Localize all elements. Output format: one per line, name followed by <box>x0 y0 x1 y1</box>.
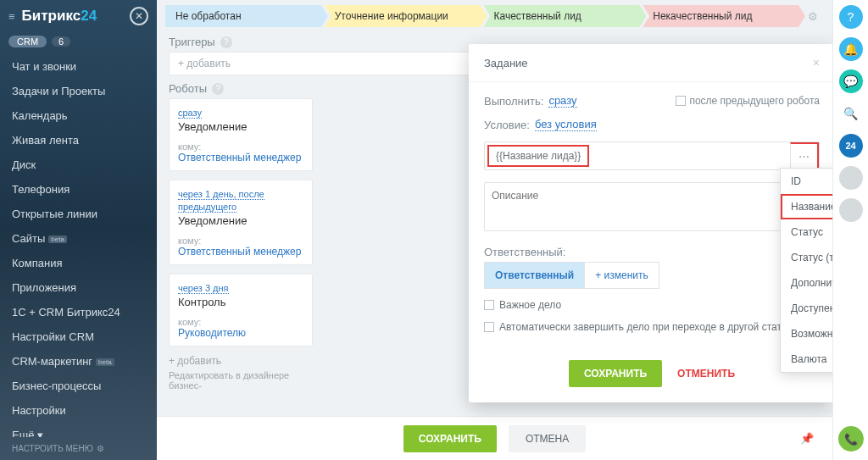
responsible-label: Ответственный: <box>484 246 815 258</box>
title-field-value: {{Название лида}} <box>487 145 589 167</box>
field-picker-button[interactable]: ⋯ <box>790 142 819 169</box>
sidebar: ≡ Битрикс24 ✕ CRM 6 Чат и звонкиЗадачи и… <box>0 0 157 460</box>
configure-menu[interactable]: НАСТРОИТЬ МЕНЮ⚙ <box>0 437 157 460</box>
sidebar-item[interactable]: Сайтыbeta <box>0 226 157 251</box>
robot-title: Контроль <box>178 296 303 308</box>
modal-cancel-button[interactable]: ОТМЕНИТЬ <box>677 360 735 387</box>
after-label: после предыдущего робота <box>689 95 820 107</box>
sidebar-item[interactable]: Бизнес-процессы <box>0 374 157 398</box>
robot-sublabel: кому: <box>178 141 303 152</box>
description-input[interactable] <box>484 182 820 231</box>
sidebar-item[interactable]: Чат и звонки <box>0 54 157 79</box>
modal-title: Задание <box>484 57 528 69</box>
execute-label: Выполнить: <box>484 95 543 108</box>
call-icon[interactable]: 📞 <box>838 426 864 452</box>
avatar[interactable] <box>839 198 863 222</box>
page-cancel-button[interactable]: ОТМЕНА <box>509 425 586 452</box>
robot-title: Уведомление <box>178 214 303 227</box>
sidebar-item[interactable]: Диск <box>0 152 157 177</box>
task-modal: Задание × Выполнить: сразу после предыду… <box>469 44 832 402</box>
logo: Битрикс24 <box>22 8 97 25</box>
sidebar-item[interactable]: Телефония <box>0 177 157 202</box>
sidebar-item[interactable]: Открытые линии <box>0 202 157 226</box>
sidebar-item[interactable]: Настройки <box>0 398 157 423</box>
dropdown-item[interactable]: Дополнительно о статусе <box>781 270 832 296</box>
robot-link[interactable]: Руководителю <box>178 327 303 339</box>
autocomplete-label: Автоматически завершить дело при переход… <box>499 321 792 333</box>
dropdown-item[interactable]: Возможная сумма сделки <box>781 321 832 346</box>
robot-time[interactable]: через 3 дня <box>178 283 229 294</box>
robot-time[interactable]: сразу <box>178 108 202 119</box>
dropdown-item[interactable]: Статус <box>781 219 832 245</box>
condition-label: Условие: <box>484 119 530 131</box>
right-rail: ? 🔔 💬 🔍 24 📞 <box>832 0 868 460</box>
dropdown-item[interactable]: Название лида <box>781 194 832 219</box>
add-robot[interactable]: + добавить <box>169 355 313 367</box>
sidebar-item[interactable]: Календарь <box>0 103 157 128</box>
search-icon[interactable]: 🔍 <box>839 102 863 125</box>
robot-sublabel: кому: <box>178 236 303 246</box>
crm-badge[interactable]: CRM <box>8 36 47 47</box>
modal-close-icon[interactable]: × <box>813 56 820 69</box>
field-dropdown: IDНазвание лидаСтатусСтатус (текст)Допол… <box>780 168 832 373</box>
close-icon[interactable]: ✕ <box>130 7 148 25</box>
sidebar-item[interactable]: CRM-маркетингbeta <box>0 349 157 374</box>
autocomplete-checkbox[interactable] <box>484 322 494 332</box>
responsible-change[interactable]: + изменить <box>584 262 659 289</box>
sidebar-item[interactable]: Ещё ▾ <box>0 423 157 437</box>
robot-time[interactable]: через 1 день, после предыдущего <box>178 189 264 213</box>
designer-note: Редактировать в дизайнере бизнес- <box>169 370 313 391</box>
sidebar-item[interactable]: 1С + CRM Битрикс24 <box>0 300 157 324</box>
modal-save-button[interactable]: СОХРАНИТЬ <box>569 360 662 387</box>
dropdown-item[interactable]: Доступен для всех <box>781 296 832 321</box>
sidebar-item[interactable]: Настройки CRM <box>0 324 157 349</box>
help-icon[interactable]: ? <box>212 83 224 95</box>
robot-card[interactable]: через 3 дняКонтролькому:Руководителю <box>169 274 313 346</box>
robot-title: Уведомление <box>178 120 303 133</box>
stage-3[interactable]: Качественный лид <box>484 5 647 27</box>
notifications-icon[interactable]: 🔔 <box>839 37 863 61</box>
stage-2[interactable]: Уточнение информации <box>325 5 487 27</box>
help-icon[interactable]: ? <box>839 5 863 29</box>
help-icon[interactable]: ? <box>220 36 232 48</box>
sidebar-item[interactable]: Задачи и Проекты <box>0 79 157 103</box>
robot-link[interactable]: Ответственный менеджер <box>178 246 303 258</box>
dropdown-item[interactable]: Валюта <box>781 346 832 372</box>
b24-icon[interactable]: 24 <box>839 134 863 158</box>
page-save-button[interactable]: СОХРАНИТЬ <box>403 425 497 452</box>
menu-icon[interactable]: ≡ <box>8 10 15 23</box>
dropdown-item[interactable]: ID <box>781 169 832 194</box>
title-input[interactable]: {{Название лида}} ⋯ <box>484 141 820 170</box>
main-area: Не обработан Уточнение информации Качест… <box>157 0 832 460</box>
execute-value[interactable]: сразу <box>548 94 576 108</box>
stage-1[interactable]: Не обработан <box>165 5 328 27</box>
bottom-bar: СОХРАНИТЬ ОТМЕНА 📌 <box>157 416 832 460</box>
important-label: Важное дело <box>499 299 561 311</box>
robot-card[interactable]: сразуУведомлениекому:Ответственный менед… <box>169 98 313 171</box>
avatar[interactable] <box>839 166 863 190</box>
stage-4[interactable]: Некачественный лид <box>643 5 805 27</box>
pin-icon[interactable]: 📌 <box>800 432 814 445</box>
responsible-chip[interactable]: Ответственный <box>484 262 584 289</box>
robot-card[interactable]: через 1 день, после предыдущегоУведомлен… <box>169 180 313 265</box>
sidebar-item[interactable]: Живая лента <box>0 128 157 152</box>
condition-value[interactable]: без условия <box>535 118 597 131</box>
robot-sublabel: кому: <box>178 317 303 327</box>
chat-icon[interactable]: 💬 <box>839 69 863 93</box>
robot-link[interactable]: Ответственный менеджер <box>178 152 303 163</box>
sidebar-item[interactable]: Приложения <box>0 275 157 300</box>
crm-count: 6 <box>52 36 70 47</box>
dropdown-item[interactable]: Статус (текст) <box>781 245 832 270</box>
important-checkbox[interactable] <box>484 300 494 310</box>
sidebar-item[interactable]: Компания <box>0 251 157 275</box>
after-checkbox[interactable] <box>676 96 686 106</box>
gear-icon: ⚙ <box>97 444 104 453</box>
